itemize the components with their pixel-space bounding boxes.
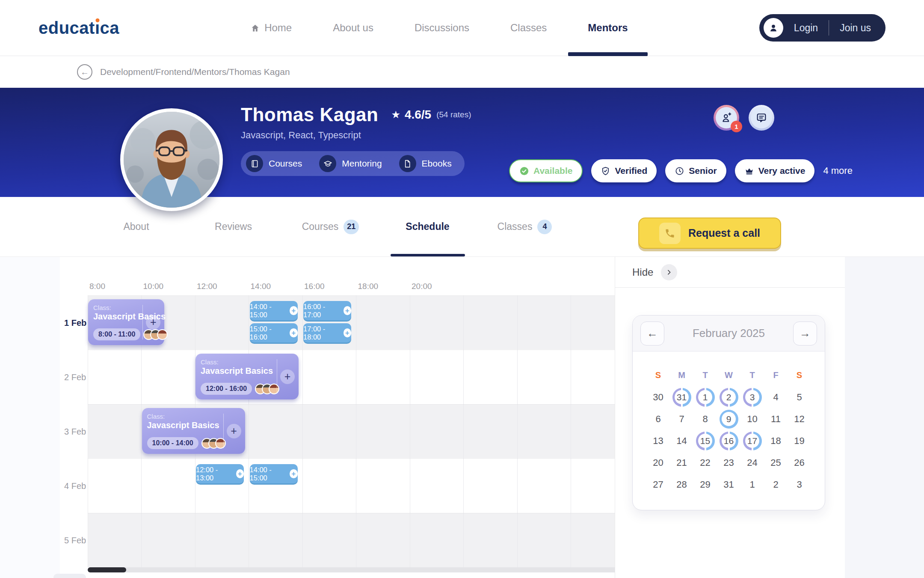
day-number: 13 <box>653 435 663 447</box>
calendar-day[interactable]: 3 <box>740 386 764 408</box>
back-button[interactable]: ← <box>77 64 92 80</box>
calendar-day[interactable]: 3 <box>788 474 811 495</box>
calendar-day[interactable]: 18 <box>764 430 788 452</box>
calendar-day[interactable]: 6 <box>646 408 670 430</box>
calendar-day[interactable]: 26 <box>788 452 811 474</box>
add-slot-button[interactable]: + <box>280 369 295 384</box>
slot-time: 17:00 - 18:00 <box>303 325 340 341</box>
calendar-day[interactable]: 20 <box>646 452 670 474</box>
day-number: 4 <box>773 392 778 403</box>
calendar-day[interactable]: 31 <box>670 386 693 408</box>
tab-classes[interactable]: Classes4 <box>476 197 573 256</box>
calendar-day[interactable]: 2 <box>717 386 740 408</box>
offer-label: Ebooks <box>422 158 452 169</box>
class-event-card[interactable]: Class:Javascript Basics8:00 - 11:00+ <box>88 299 164 345</box>
calendar-day[interactable]: 14 <box>670 430 693 452</box>
logo[interactable]: educatıca <box>38 18 119 38</box>
star-icon: ★ <box>391 109 400 121</box>
request-a-call-button[interactable]: Request a call <box>638 217 781 249</box>
calendar-day[interactable]: 29 <box>693 474 717 495</box>
plus-icon: + <box>344 306 351 315</box>
nav-item-discussions[interactable]: Discussions <box>415 0 469 56</box>
calendar-next-button[interactable]: → <box>793 322 817 346</box>
more-badges-link[interactable]: 4 more <box>823 165 852 176</box>
calendar-day[interactable]: 4 <box>764 386 788 408</box>
tab-schedule[interactable]: Schedule <box>379 197 476 256</box>
calendar-day[interactable]: 8 <box>693 408 717 430</box>
chat-icon <box>755 112 767 124</box>
scrollbar-thumb[interactable] <box>88 567 126 572</box>
calendar-day[interactable]: 16 <box>717 430 740 452</box>
time-label: 20:00 <box>412 282 432 291</box>
calendar-day[interactable]: 13 <box>646 430 670 452</box>
class-details: 10:00 - 14:00 <box>147 437 226 449</box>
breadcrumb[interactable]: Development/Frontend/Mentors/Thomas Kaga… <box>100 67 290 77</box>
class-time: 8:00 - 11:00 <box>93 328 140 340</box>
time-slot[interactable]: 14:00 - 15:00+ <box>250 464 298 483</box>
calendar-day[interactable]: 1 <box>693 386 717 408</box>
day-number: 25 <box>770 457 781 468</box>
calendar-day[interactable]: 9 <box>717 408 740 430</box>
time-slot[interactable]: 17:00 - 18:00+ <box>303 323 351 343</box>
time-label: 8:00 <box>89 282 105 291</box>
add-contact-button[interactable]: 1 <box>714 105 739 131</box>
calendar-day[interactable]: 19 <box>788 430 811 452</box>
tab-label: Courses <box>302 221 339 232</box>
calendar-day[interactable]: 2 <box>764 474 788 495</box>
class-event-card[interactable]: Class:Javascript Basics10:00 - 14:00+ <box>142 408 245 454</box>
schedule-grid-row-bg <box>88 295 615 350</box>
nav-item-home[interactable]: Home <box>251 0 292 56</box>
calendar-day[interactable]: 7 <box>670 408 693 430</box>
tab-courses[interactable]: Courses21 <box>282 197 379 256</box>
tab-label: Schedule <box>406 221 449 232</box>
nav-item-classes[interactable]: Classes <box>510 0 547 56</box>
calendar-day[interactable]: 11 <box>764 408 788 430</box>
mentor-info: Thomas Kagan ★ 4.6/5 (54 rates) Javascri… <box>241 104 471 176</box>
calendar-day[interactable]: 22 <box>693 452 717 474</box>
calendar-day[interactable]: 17 <box>740 430 764 452</box>
join-us-button[interactable]: Join us <box>840 22 871 34</box>
availability-ring: 16 <box>720 432 738 450</box>
chevron-right-icon[interactable] <box>661 264 677 280</box>
calendar-day[interactable]: 28 <box>670 474 693 495</box>
time-slot[interactable]: 12:00 - 13:00+ <box>196 464 244 483</box>
calendar-day[interactable]: 21 <box>670 452 693 474</box>
add-slot-button[interactable]: + <box>227 424 241 438</box>
calendar-day[interactable]: 24 <box>740 452 764 474</box>
add-slot-button[interactable]: + <box>146 315 160 330</box>
attendee-avatars <box>143 329 168 340</box>
calendar-day[interactable]: 30 <box>646 386 670 408</box>
time-slot[interactable]: 15:00 - 16:00+ <box>250 323 298 343</box>
calendar-day[interactable]: 12 <box>788 408 811 430</box>
time-label: 10:00 <box>143 282 164 291</box>
hide-panel-button[interactable]: Hide <box>632 266 653 278</box>
calendar-prev-button[interactable]: ← <box>640 322 664 346</box>
message-button[interactable] <box>749 105 774 131</box>
calendar-day[interactable]: 1 <box>740 474 764 495</box>
time-slot[interactable]: 16:00 - 17:00+ <box>303 301 351 320</box>
login-button[interactable]: Login <box>794 22 818 34</box>
calendar-day[interactable]: 25 <box>764 452 788 474</box>
calendar-day[interactable]: 31 <box>717 474 740 495</box>
calendar-day[interactable]: 23 <box>717 452 740 474</box>
calendar-day[interactable]: 5 <box>788 386 811 408</box>
calendar-day[interactable]: 15 <box>693 430 717 452</box>
calendar-body: SMTWTFS 30311234567891011121314151617181… <box>633 352 825 495</box>
calendar-day[interactable]: 27 <box>646 474 670 495</box>
nav-item-label: Home <box>264 22 292 34</box>
calendar-day[interactable]: 10 <box>740 408 764 430</box>
calendar-grid: 3031123456789101112131415161718192021222… <box>646 386 811 495</box>
badge-label: Verified <box>615 166 647 176</box>
weekday-header: SMTWTFS <box>646 370 811 380</box>
slot-time: 14:00 - 15:00 <box>250 303 287 319</box>
plus-icon: + <box>290 328 297 337</box>
nav-item-about-us[interactable]: About us <box>333 0 373 56</box>
horizontal-scrollbar[interactable] <box>88 567 615 572</box>
attendee-avatars <box>255 384 279 394</box>
phone-icon <box>659 223 681 244</box>
day-number: 15 <box>698 434 712 448</box>
class-event-card[interactable]: Class:Javascript Basics12:00 - 16:00+ <box>195 354 299 399</box>
tab-reviews[interactable]: Reviews <box>185 197 282 256</box>
nav-item-mentors[interactable]: Mentors <box>588 0 628 56</box>
time-slot[interactable]: 14:00 - 15:00+ <box>250 301 298 320</box>
